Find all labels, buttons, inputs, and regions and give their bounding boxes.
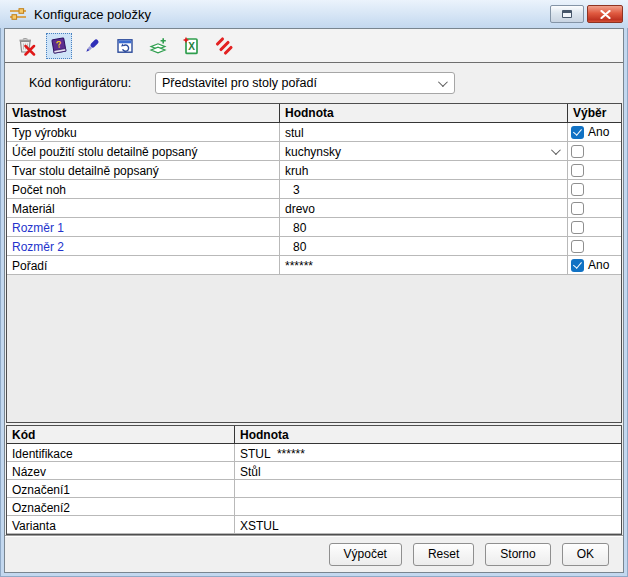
dialog-window: Konfigurace položky bbox=[0, 0, 628, 577]
selection-cell[interactable]: Ano bbox=[568, 256, 621, 274]
svg-text:X: X bbox=[188, 41, 195, 52]
code-name: Varianta bbox=[7, 516, 235, 533]
code-value: XSTUL bbox=[235, 516, 621, 533]
configurator-panel: Kód konfigurátoru: Představitel pro stol… bbox=[5, 62, 623, 103]
reset-button[interactable]: Reset bbox=[413, 543, 474, 566]
cancel-button[interactable]: Storno bbox=[485, 543, 550, 566]
property-name: Typ výrobku bbox=[7, 123, 280, 141]
selection-cell[interactable] bbox=[568, 142, 621, 160]
properties-table: Vlastnost Hodnota Výběr Typ výrobkustulA… bbox=[6, 103, 622, 423]
code-row[interactable]: VariantaXSTUL bbox=[7, 516, 621, 534]
close-icon bbox=[600, 10, 611, 19]
code-value: STUL ****** bbox=[235, 444, 621, 461]
property-value[interactable]: stul bbox=[280, 123, 568, 141]
checkbox[interactable] bbox=[571, 259, 584, 272]
property-name: Počet noh bbox=[7, 180, 280, 198]
chevron-down-icon bbox=[438, 77, 448, 87]
delete-trash-icon[interactable] bbox=[13, 33, 39, 59]
property-value[interactable]: 3 bbox=[280, 180, 568, 198]
property-name[interactable]: Rozměr 2 bbox=[7, 237, 280, 255]
layers-add-icon[interactable] bbox=[145, 33, 171, 59]
column-header-hodnota: Hodnota bbox=[235, 426, 621, 443]
restore-button[interactable] bbox=[550, 5, 584, 23]
property-row[interactable]: Materiáldrevo bbox=[7, 199, 621, 218]
close-button[interactable] bbox=[587, 5, 623, 23]
checkbox[interactable] bbox=[571, 221, 584, 234]
checkbox[interactable] bbox=[571, 202, 584, 215]
code-name: Označení1 bbox=[7, 480, 235, 497]
checkbox[interactable] bbox=[571, 126, 584, 139]
selection-cell[interactable] bbox=[568, 180, 621, 198]
chevron-down-icon bbox=[551, 145, 561, 155]
property-value[interactable]: ****** bbox=[280, 256, 568, 274]
code-name: Identifikace bbox=[7, 444, 235, 461]
code-value bbox=[235, 480, 621, 497]
property-row[interactable]: Rozměr 280 bbox=[7, 237, 621, 256]
toolbar: ? bbox=[5, 29, 623, 62]
property-value[interactable]: kruh bbox=[280, 161, 568, 179]
code-name: Označení2 bbox=[7, 498, 235, 515]
selection-cell[interactable] bbox=[568, 237, 621, 255]
help-book-icon[interactable]: ? bbox=[46, 33, 72, 59]
ok-button[interactable]: OK bbox=[562, 543, 609, 566]
checkbox-label: Ano bbox=[588, 125, 609, 139]
property-value[interactable]: drevo bbox=[280, 199, 568, 217]
code-row[interactable]: IdentifikaceSTUL ****** bbox=[7, 444, 621, 462]
checkbox[interactable] bbox=[571, 164, 584, 177]
code-row[interactable]: Označení2 bbox=[7, 498, 621, 516]
properties-table-header: Vlastnost Hodnota Výběr bbox=[7, 104, 621, 123]
property-row[interactable]: Pořadí******Ano bbox=[7, 256, 621, 275]
property-row[interactable]: Typ výrobkustulAno bbox=[7, 123, 621, 142]
property-name: Materiál bbox=[7, 199, 280, 217]
window-title: Konfigurace položky bbox=[34, 7, 550, 22]
property-value[interactable]: 80 bbox=[280, 218, 568, 236]
title-bar: Konfigurace položky bbox=[0, 0, 628, 28]
checkbox-label: Ano bbox=[588, 258, 609, 272]
configurator-label: Kód konfigurátoru: bbox=[29, 76, 131, 90]
code-table: Kód Hodnota IdentifikaceSTUL ******Název… bbox=[6, 425, 622, 535]
column-header-vlastnost: Vlastnost bbox=[7, 104, 280, 122]
code-value bbox=[235, 498, 621, 515]
pen-icon[interactable] bbox=[79, 33, 105, 59]
compute-button[interactable]: Výpočet bbox=[329, 543, 402, 566]
property-row[interactable]: Počet noh3 bbox=[7, 180, 621, 199]
selection-cell[interactable] bbox=[568, 161, 621, 179]
checkbox[interactable] bbox=[571, 183, 584, 196]
property-value[interactable]: 80 bbox=[280, 237, 568, 255]
property-name: Tvar stolu detailně popsaný bbox=[7, 161, 280, 179]
code-row[interactable]: NázevStůl bbox=[7, 462, 621, 480]
column-header-hodnota: Hodnota bbox=[280, 104, 568, 122]
code-value: Stůl bbox=[235, 462, 621, 479]
code-row[interactable]: Označení1 bbox=[7, 480, 621, 498]
properties-table-body: Typ výrobkustulAnoÚčel použití stolu det… bbox=[7, 123, 621, 275]
checkbox[interactable] bbox=[571, 145, 584, 158]
button-bar: Výpočet Reset Storno OK bbox=[5, 535, 623, 572]
property-value[interactable]: kuchynsky bbox=[280, 142, 568, 160]
property-name[interactable]: Rozměr 1 bbox=[7, 218, 280, 236]
configurator-select[interactable]: Představitel pro stoly pořadí bbox=[155, 72, 455, 94]
sliders-icon bbox=[9, 6, 27, 22]
selection-cell[interactable] bbox=[568, 199, 621, 217]
selection-cell[interactable] bbox=[568, 218, 621, 236]
excel-export-icon[interactable]: X bbox=[178, 33, 204, 59]
property-row[interactable]: Tvar stolu detailně popsanýkruh bbox=[7, 161, 621, 180]
code-table-body: IdentifikaceSTUL ******NázevStůlOznačení… bbox=[7, 444, 621, 534]
configurator-value: Představitel pro stoly pořadí bbox=[162, 76, 317, 90]
code-table-header: Kód Hodnota bbox=[7, 426, 621, 444]
column-header-kod: Kód bbox=[7, 426, 235, 443]
red-stripes-icon[interactable] bbox=[211, 33, 237, 59]
dialog-content: ? bbox=[4, 28, 624, 573]
property-name: Pořadí bbox=[7, 256, 280, 274]
code-name: Název bbox=[7, 462, 235, 479]
column-header-vyber: Výběr bbox=[568, 104, 621, 122]
property-name: Účel použití stolu detailně popsaný bbox=[7, 142, 280, 160]
property-row[interactable]: Rozměr 180 bbox=[7, 218, 621, 237]
window-refresh-icon[interactable] bbox=[112, 33, 138, 59]
selection-cell[interactable]: Ano bbox=[568, 123, 621, 141]
checkbox[interactable] bbox=[571, 240, 584, 253]
restore-icon bbox=[562, 10, 572, 18]
property-row[interactable]: Účel použití stolu detailně popsanýkuchy… bbox=[7, 142, 621, 161]
